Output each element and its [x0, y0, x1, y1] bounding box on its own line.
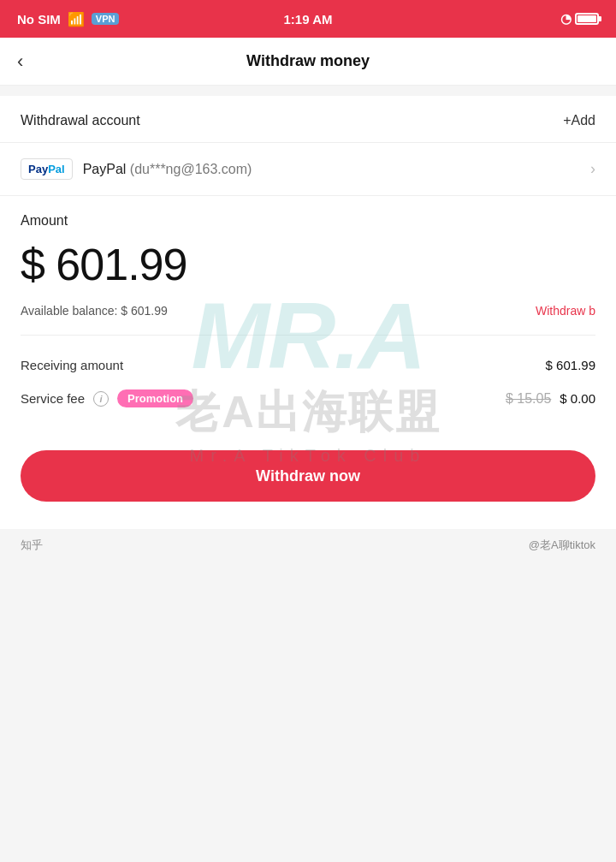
add-account-button[interactable]: +Add — [563, 113, 595, 128]
withdrawal-account-header: Withdrawal account +Add — [21, 113, 595, 128]
balance-row: Available balance: $ 601.99 Withdraw b — [21, 304, 595, 318]
withdraw-btn-container: Withdraw now — [0, 433, 616, 529]
original-fee: $ 15.05 — [506, 391, 551, 407]
withdraw-all-button[interactable]: Withdraw b — [536, 304, 595, 318]
target-icon: ◔ — [560, 11, 572, 27]
attribution-platform: 知乎 — [21, 538, 43, 553]
paypal-left: PayPal PayPal (du***ng@163.com) — [21, 158, 252, 180]
balance-text: Available balance: $ 601.99 — [21, 304, 168, 318]
receiving-amount-label: Receiving amount — [21, 358, 123, 372]
paypal-row[interactable]: PayPal PayPal (du***ng@163.com) › — [21, 143, 595, 195]
back-button[interactable]: ‹ — [17, 51, 23, 73]
receiving-amount-value: $ 601.99 — [546, 358, 595, 372]
paypal-account: PayPal (du***ng@163.com) — [83, 162, 252, 177]
status-time: 1:19 AM — [284, 12, 333, 27]
attribution-account: @老A聊tiktok — [529, 538, 595, 553]
withdraw-now-button[interactable]: Withdraw now — [21, 450, 595, 502]
amount-value: $ 601.99 — [21, 239, 595, 290]
paypal-logo: PayPal — [21, 158, 73, 180]
promotion-badge: Promotion — [117, 389, 193, 407]
service-fee-row: Service fee i Promotion $ 15.05 $ 0.00 — [21, 381, 595, 416]
chevron-right-icon: › — [590, 160, 595, 178]
service-fee-label: Service fee — [21, 391, 85, 406]
service-fee-left: Service fee i Promotion — [21, 389, 193, 407]
info-section: Receiving amount $ 601.99 Service fee i … — [21, 335, 595, 416]
amount-label: Amount — [21, 213, 595, 229]
withdrawal-account-label: Withdrawal account — [21, 113, 140, 128]
info-icon[interactable]: i — [93, 391, 109, 407]
amount-section: Amount $ 601.99 Available balance: $ 601… — [21, 196, 595, 318]
fee-values: $ 15.05 $ 0.00 — [506, 391, 595, 407]
battery-icon — [575, 13, 599, 25]
attribution: 知乎 @老A聊tiktok — [0, 529, 616, 562]
page-wrapper: No SIM 📶 VPN 1:19 AM ◔ ‹ Withdraw money … — [0, 0, 616, 562]
page-title: Withdraw money — [246, 52, 370, 70]
carrier-label: No SIM — [17, 12, 61, 27]
discounted-fee: $ 0.00 — [560, 391, 595, 406]
receiving-amount-row: Receiving amount $ 601.99 — [21, 349, 595, 381]
nav-bar: ‹ Withdraw money — [0, 38, 616, 86]
status-bar: No SIM 📶 VPN 1:19 AM ◔ — [0, 0, 616, 38]
wifi-icon: 📶 — [68, 11, 85, 27]
battery-fill — [578, 15, 596, 22]
status-right: ◔ — [560, 11, 599, 27]
vpn-badge: VPN — [92, 13, 120, 25]
main-content: Withdrawal account +Add PayPal PayPal (d… — [0, 96, 616, 433]
status-left: No SIM 📶 VPN — [17, 11, 119, 27]
